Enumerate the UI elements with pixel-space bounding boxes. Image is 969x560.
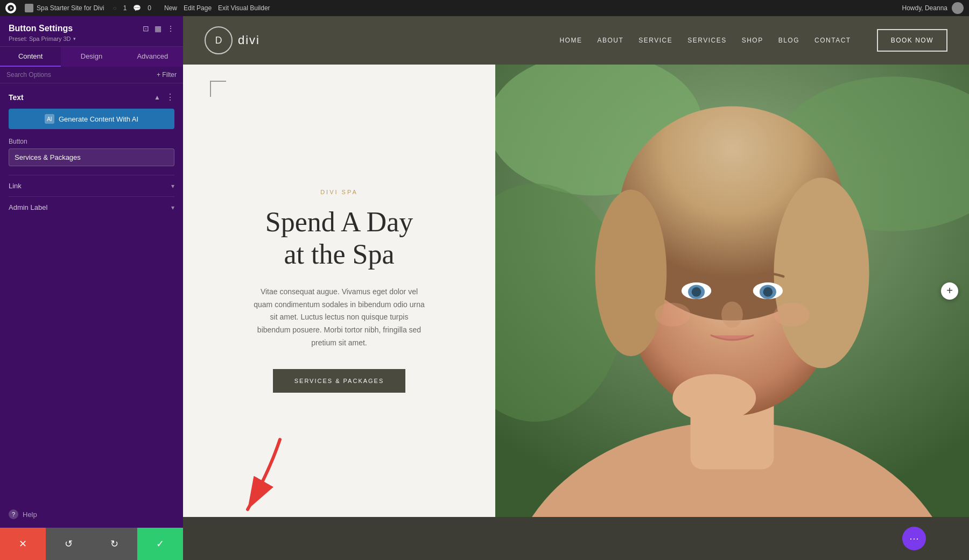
layout-icon[interactable]: ▦: [155, 24, 162, 33]
hero-subtitle: DIVI SPA: [320, 189, 358, 195]
notification-counter[interactable]: 0: [148, 4, 151, 12]
svg-point-9: [774, 178, 869, 368]
button-text-input[interactable]: [9, 148, 174, 166]
text-section-header: Text ▲ ⋮: [9, 92, 174, 102]
right-content: D divi HOME ABOUT SERVICE SERVICES SHOP …: [183, 16, 969, 560]
svg-point-19: [774, 303, 809, 327]
link-accordion: Link ▾: [9, 175, 174, 196]
more-options-icon[interactable]: ⋮: [167, 24, 174, 33]
logo-text: divi: [238, 33, 260, 47]
admin-actions: New Edit Page Exit Visual Builder: [164, 4, 270, 12]
nav-home[interactable]: HOME: [559, 37, 582, 44]
save-button[interactable]: ✓: [137, 528, 183, 560]
button-field-label: Button: [9, 138, 174, 145]
panel-preset[interactable]: Preset: Spa Primary 3D ▾: [9, 36, 174, 42]
panel-header: Button Settings ⊡ ▦ ⋮ Preset: Spa Primar…: [0, 16, 183, 47]
panel-tabs: Content Design Advanced: [0, 47, 183, 67]
comment-counter[interactable]: 1: [123, 4, 127, 12]
text-section-collapse-icon[interactable]: ▲: [154, 94, 160, 101]
link-chevron-icon: ▾: [171, 182, 174, 190]
svg-point-15: [692, 287, 701, 297]
site-name-area: Spa Starter Site for Divi: [25, 4, 104, 12]
hero-image: [495, 65, 969, 517]
svg-point-10: [595, 189, 666, 356]
hero-photo-svg: [495, 65, 969, 517]
exit-builder-button[interactable]: Exit Visual Builder: [218, 4, 270, 12]
site-nav: HOME ABOUT SERVICE SERVICES SHOP BLOG CO…: [559, 29, 947, 52]
hero-left-content: DIVI SPA Spend A Day at the Spa Vitae co…: [183, 65, 495, 517]
hero-section: DIVI SPA Spend A Day at the Spa Vitae co…: [183, 65, 969, 517]
svg-point-16: [763, 287, 773, 297]
footer-area: ⋯: [183, 517, 969, 560]
wp-admin-bar: Spa Starter Site for Divi ○ 1 💬 0 New Ed…: [0, 0, 969, 16]
user-greeting: Howdy, Deanna: [902, 2, 964, 14]
preset-chevron-icon: ▾: [73, 36, 76, 41]
tab-advanced[interactable]: Advanced: [122, 47, 183, 67]
text-section-more-icon[interactable]: ⋮: [166, 92, 174, 102]
howdy-label: Howdy, Deanna: [902, 4, 948, 12]
svg-point-17: [721, 301, 743, 328]
generate-ai-button[interactable]: AI Generate Content With AI: [9, 109, 174, 129]
svg-point-18: [655, 303, 690, 327]
preset-label: Preset: Spa Primary 3D: [9, 36, 71, 42]
text-section-title: Text: [9, 93, 24, 102]
hero-image-area: +: [495, 65, 969, 517]
tab-design[interactable]: Design: [61, 47, 122, 67]
wp-counters: ○ 1 💬 0: [113, 4, 151, 12]
book-now-button[interactable]: BOOK NOW: [877, 29, 947, 52]
help-section: ? Help: [0, 501, 183, 528]
bottom-action-bar: ✕ ↺ ↻ ✓: [0, 528, 183, 560]
wordpress-logo-icon[interactable]: [5, 3, 16, 13]
filter-button[interactable]: + Filter: [157, 71, 177, 79]
nav-shop[interactable]: SHOP: [742, 37, 763, 44]
add-section-button[interactable]: +: [941, 282, 958, 300]
fab-more-options[interactable]: ⋯: [902, 527, 926, 550]
link-section-title: Link: [9, 182, 22, 190]
bracket-decoration: [210, 81, 226, 97]
user-avatar[interactable]: [952, 2, 964, 14]
panel-search-bar: + Filter: [0, 67, 183, 83]
site-header: D divi HOME ABOUT SERVICE SERVICES SHOP …: [183, 16, 969, 65]
panel-title: Button Settings: [9, 24, 73, 33]
undo-button[interactable]: ↺: [46, 528, 92, 560]
admin-label-accordion-header[interactable]: Admin Label ▾: [9, 203, 174, 211]
panel-title-row: Button Settings ⊡ ▦ ⋮: [9, 24, 174, 33]
hero-description: Vitae consequat augue. Vivamus eget dolo…: [253, 286, 425, 350]
ai-icon: AI: [45, 114, 54, 124]
nav-contact[interactable]: CONTACT: [814, 37, 851, 44]
svg-point-20: [672, 374, 756, 422]
help-icon[interactable]: ?: [9, 509, 18, 519]
tab-content[interactable]: Content: [0, 47, 61, 67]
site-icon: [25, 4, 33, 12]
site-logo: D divi: [205, 26, 260, 54]
left-panel: Button Settings ⊡ ▦ ⋮ Preset: Spa Primar…: [0, 16, 183, 560]
site-name-label[interactable]: Spa Starter Site for Divi: [37, 4, 104, 12]
redo-button[interactable]: ↻: [92, 528, 137, 560]
admin-label-section-title: Admin Label: [9, 203, 47, 211]
main-layout: Button Settings ⊡ ▦ ⋮ Preset: Spa Primar…: [0, 0, 969, 560]
button-field-group: Button: [9, 138, 174, 166]
nav-blog[interactable]: BLOG: [778, 37, 799, 44]
responsive-icon[interactable]: ⊡: [143, 24, 149, 33]
search-options-input[interactable]: [6, 71, 152, 79]
close-button[interactable]: ✕: [0, 528, 46, 560]
new-button[interactable]: New: [164, 4, 177, 12]
nav-about[interactable]: ABOUT: [597, 37, 623, 44]
hero-cta-button[interactable]: SERVICES & PACKAGES: [273, 369, 406, 393]
edit-page-button[interactable]: Edit Page: [184, 4, 212, 12]
admin-label-accordion: Admin Label ▾: [9, 196, 174, 218]
panel-content: Text ▲ ⋮ AI Generate Content With AI But…: [0, 83, 183, 501]
logo-letter: D: [215, 35, 222, 46]
help-label[interactable]: Help: [23, 511, 37, 519]
panel-title-icons: ⊡ ▦ ⋮: [143, 24, 174, 33]
link-accordion-header[interactable]: Link ▾: [9, 182, 174, 190]
nav-services[interactable]: SERVICES: [687, 37, 726, 44]
nav-service[interactable]: SERVICE: [638, 37, 672, 44]
logo-circle: D: [205, 26, 233, 54]
hero-title: Spend A Day at the Spa: [265, 206, 413, 271]
admin-label-chevron-icon: ▾: [171, 204, 174, 211]
